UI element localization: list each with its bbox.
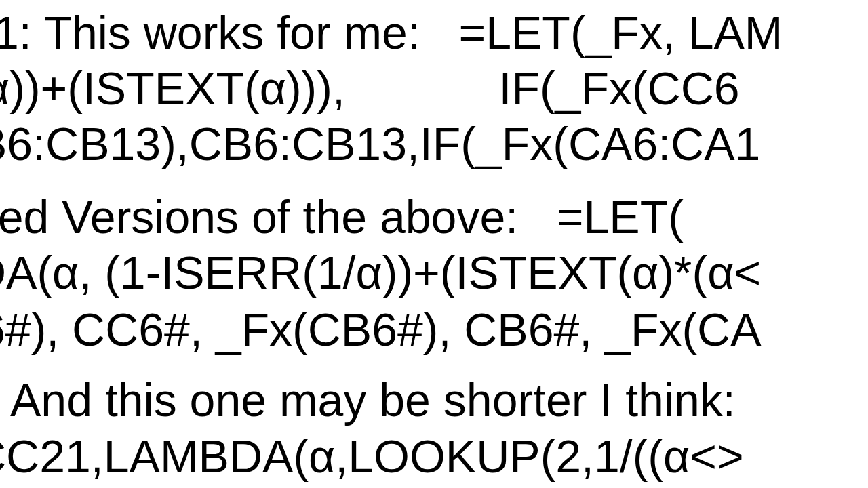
text-page: 1: This works for me: =LET(_Fx, LAM α))+… (0, 0, 868, 488)
text-line-5: DA(α, (1-ISERR(1/α))+(ISTEXT(α)*(α< (0, 245, 868, 300)
text-line-8: CC21,LAMBDA(α,LOOKUP(2,1/((α<> (0, 429, 868, 484)
text-line-2: α))+(ISTEXT(α))), IF(_Fx(CC6 (0, 61, 868, 116)
text-line-1: 1: This works for me: =LET(_Fx, LAM (0, 5, 868, 60)
text-line-7: And this one may be shorter I think: (10, 373, 868, 428)
text-line-4: ated Versions of the above: =LET( (0, 190, 868, 245)
text-line-3: B6:CB13),CB6:CB13,IF(_Fx(CA6:CA1 (0, 117, 868, 171)
text-line-6: 6#), CC6#, _Fx(CB6#), CB6#, _Fx(CA (0, 302, 868, 357)
